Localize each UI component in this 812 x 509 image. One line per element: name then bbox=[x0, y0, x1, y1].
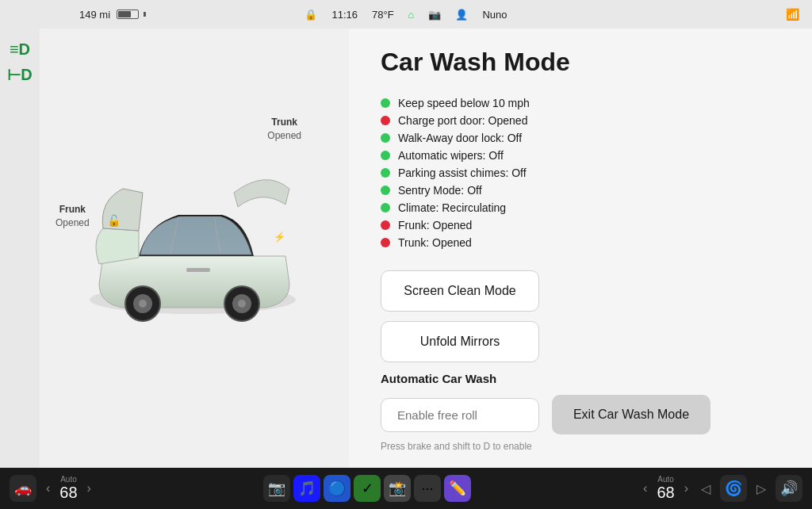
stylus-icon[interactable]: ✏️ bbox=[444, 475, 471, 502]
bluetooth-icon[interactable]: 🔵 bbox=[324, 475, 350, 502]
sidebar-icon-1[interactable]: ≡D bbox=[10, 41, 30, 57]
status-text-trunk: Trunk: Opened bbox=[398, 236, 472, 249]
status-text-climate: Climate: Recirculating bbox=[398, 201, 506, 214]
status-bar: 149 mi 🔒 11:16 78°F ⌂ 📷 👤 Nuno 📶 bbox=[0, 0, 812, 29]
car-image: 🔓 ⚡ bbox=[75, 145, 313, 351]
status-item-climate: Climate: Recirculating bbox=[381, 199, 780, 216]
app-icons: 📷 🎵 🔵 ✓ 📸 ··· ✏️ bbox=[263, 475, 471, 502]
next-track[interactable]: ▷ bbox=[753, 480, 769, 498]
mileage: 149 mi bbox=[79, 9, 110, 21]
main-content: Car Wash Mode Keep speed below 10 mphCha… bbox=[349, 29, 812, 468]
status-text-parkingChimes: Parking assist chimes: Off bbox=[398, 166, 527, 179]
wifi-icon: 📶 bbox=[786, 8, 799, 21]
status-dot-chargePort bbox=[381, 116, 390, 125]
sidebar-icon-2[interactable]: ⊢D bbox=[7, 67, 32, 82]
right-temp-up[interactable]: › bbox=[681, 480, 691, 497]
hint-text: Press brake and shift to D to enable bbox=[381, 441, 780, 452]
status-text-wipers: Automatic wipers: Off bbox=[398, 149, 504, 162]
status-item-trunk: Trunk: Opened bbox=[381, 234, 780, 251]
svg-point-3 bbox=[139, 300, 147, 308]
camera-icon: 📷 bbox=[428, 9, 441, 21]
status-left: 149 mi bbox=[79, 9, 146, 21]
svg-point-6 bbox=[238, 300, 246, 308]
bottom-bar: 🚗 ‹ Auto 68 › 📷 🎵 🔵 ✓ 📸 ··· ✏️ ‹ Auto 68… bbox=[0, 468, 812, 509]
checkmark-icon[interactable]: ✓ bbox=[354, 475, 381, 502]
status-item-chargePort: Charge port door: Opened bbox=[381, 112, 780, 129]
status-text-speed: Keep speed below 10 mph bbox=[398, 97, 530, 109]
user-icon: 👤 bbox=[455, 9, 468, 21]
bottom-right: ‹ Auto 68 › ◁ 🌀 ▷ 🔊 bbox=[640, 475, 802, 502]
temperature: 78°F bbox=[372, 9, 394, 21]
status-right: 📶 bbox=[786, 8, 799, 21]
status-text-walkAway: Walk-Away door lock: Off bbox=[398, 132, 522, 144]
status-item-sentry: Sentry Mode: Off bbox=[381, 182, 780, 199]
status-text-frunk: Frunk: Opened bbox=[398, 219, 472, 232]
camera2-icon[interactable]: 📸 bbox=[384, 475, 411, 502]
status-center: 🔒 11:16 78°F ⌂ 📷 👤 Nuno bbox=[304, 9, 507, 21]
bottom-left: 🚗 ‹ Auto 68 › bbox=[10, 475, 94, 502]
exit-car-wash-button[interactable]: Exit Car Wash Mode bbox=[552, 395, 710, 434]
right-temp-down[interactable]: ‹ bbox=[640, 480, 650, 497]
volume-icon[interactable]: 🔊 bbox=[776, 475, 802, 502]
status-item-frunk: Frunk: Opened bbox=[381, 216, 780, 234]
battery-icon bbox=[117, 10, 139, 19]
spotify-icon[interactable]: 🎵 bbox=[293, 475, 320, 502]
right-auto-label: Auto bbox=[657, 475, 674, 484]
status-dot-wipers bbox=[381, 151, 390, 160]
time: 11:16 bbox=[331, 9, 358, 21]
battery-tip bbox=[144, 12, 146, 17]
page-title: Car Wash Mode bbox=[381, 48, 780, 77]
auto-wash-row: Exit Car Wash Mode bbox=[381, 395, 780, 434]
home-icon: ⌂ bbox=[408, 9, 415, 21]
left-temp-down[interactable]: ‹ bbox=[43, 480, 53, 497]
car-icon[interactable]: 🚗 bbox=[10, 475, 36, 502]
left-temp: 68 bbox=[59, 484, 77, 502]
status-dot-climate bbox=[381, 203, 390, 212]
status-dot-frunk bbox=[381, 220, 390, 230]
unfold-mirrors-button[interactable]: Unfold Mirrors bbox=[381, 321, 539, 362]
status-item-speed: Keep speed below 10 mph bbox=[381, 94, 780, 112]
left-auto-label: Auto bbox=[60, 475, 77, 484]
left-temp-up[interactable]: › bbox=[84, 480, 94, 497]
username: Nuno bbox=[482, 9, 507, 21]
status-text-chargePort: Charge port door: Opened bbox=[398, 114, 527, 127]
status-list: Keep speed below 10 mphCharge port door:… bbox=[381, 94, 780, 251]
camera-app-icon[interactable]: 📷 bbox=[263, 475, 290, 502]
status-dot-speed bbox=[381, 98, 390, 108]
sidebar: ≡D ⊢D bbox=[0, 29, 40, 468]
svg-text:🔓: 🔓 bbox=[107, 214, 121, 228]
status-text-sentry: Sentry Mode: Off bbox=[398, 184, 482, 197]
status-item-walkAway: Walk-Away door lock: Off bbox=[381, 129, 780, 147]
trunk-label: Trunk Opened bbox=[267, 116, 301, 143]
lock-icon: 🔒 bbox=[304, 9, 317, 21]
prev-track[interactable]: ◁ bbox=[698, 480, 714, 498]
free-roll-input[interactable] bbox=[381, 398, 539, 432]
status-dot-trunk bbox=[381, 238, 390, 247]
more-icon[interactable]: ··· bbox=[414, 475, 441, 502]
car-area: Trunk Opened Frunk Opened bbox=[40, 29, 349, 468]
status-dot-parkingChimes bbox=[381, 168, 390, 178]
fan-icon[interactable]: 🌀 bbox=[720, 475, 747, 502]
auto-wash-title: Automatic Car Wash bbox=[381, 372, 780, 385]
status-dot-walkAway bbox=[381, 133, 390, 143]
frunk-label: Frunk Opened bbox=[56, 203, 90, 230]
status-item-parkingChimes: Parking assist chimes: Off bbox=[381, 164, 780, 182]
right-temp: 68 bbox=[657, 484, 674, 502]
status-dot-sentry bbox=[381, 186, 390, 195]
auto-wash-section: Automatic Car Wash Exit Car Wash Mode Pr… bbox=[381, 372, 780, 452]
screen-clean-mode-button[interactable]: Screen Clean Mode bbox=[381, 270, 539, 312]
svg-text:⚡: ⚡ bbox=[274, 231, 285, 243]
status-item-wipers: Automatic wipers: Off bbox=[381, 147, 780, 164]
svg-rect-7 bbox=[186, 268, 210, 272]
